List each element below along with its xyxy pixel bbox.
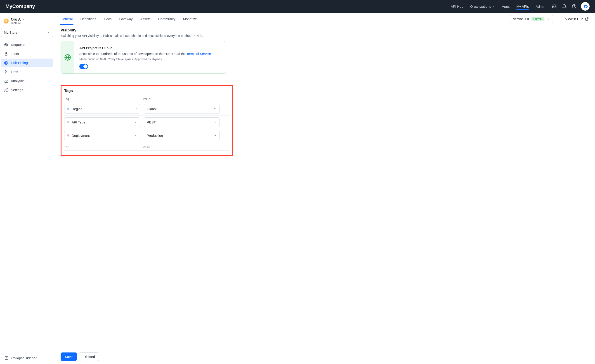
content-scroll: Visibility Switching your API visibility… (54, 25, 595, 349)
visibility-card: API Project is Public Accessible to hund… (61, 41, 226, 74)
tab-general[interactable]: General (61, 13, 73, 25)
tab-definitions[interactable]: Definitions (80, 13, 96, 25)
inbox-icon[interactable] (552, 4, 557, 9)
flask-icon (4, 52, 8, 56)
help-icon[interactable] (572, 4, 576, 9)
visibility-card-text: Accessible to hundreds of thousands of d… (79, 52, 221, 56)
chart-icon (4, 79, 8, 83)
value-select[interactable]: Production (144, 131, 220, 140)
topnav-link-organizations[interactable]: Organizations (470, 0, 495, 12)
tag-color-dot (67, 121, 69, 123)
sidebar-item-hub-listing[interactable]: Hub Listing (1, 58, 53, 67)
tag-select[interactable]: Deployment (64, 131, 140, 140)
topnav-link-apps[interactable]: Apps (502, 0, 510, 12)
tag-select[interactable]: API Type (64, 117, 140, 127)
tag-label: Deployment (72, 134, 90, 137)
sidebar-item-label: Lints (11, 70, 18, 74)
target-icon (4, 43, 8, 47)
org-name: Org A (11, 17, 21, 21)
tag-row: RegionGlobal (64, 102, 230, 115)
version-label: Version 1.0 (513, 17, 529, 21)
tag-placeholder: Tag (64, 145, 143, 149)
sidebar-item-label: Hub Listing (11, 61, 28, 65)
store-label: My Store (4, 30, 17, 34)
svg-point-3 (584, 7, 585, 8)
sidebar-item-lints[interactable]: Lints (1, 68, 53, 76)
version-selector[interactable]: Version 1.0 Current (510, 15, 553, 23)
sidebar-list: RequestsTestsHub ListingLintsAnalyticsSe… (1, 41, 53, 94)
sidebar-item-label: Analytics (11, 79, 24, 83)
tag-select[interactable]: Region (64, 104, 140, 114)
value-label: Global (147, 107, 156, 111)
tab-gateway[interactable]: Gateway (119, 13, 133, 25)
globe-icon (64, 54, 71, 61)
tab-community[interactable]: Community (158, 13, 175, 25)
tag-color-dot (67, 134, 69, 136)
sidebar-item-requests[interactable]: Requests (1, 41, 53, 49)
sidebar-item-label: Requests (11, 43, 25, 47)
svg-rect-4 (5, 20, 7, 22)
collapse-sidebar-button[interactable]: Collapse sidebar (1, 353, 53, 363)
avatar-glyph-icon (582, 3, 588, 9)
visibility-toggle[interactable] (79, 64, 88, 69)
svg-line-24 (587, 18, 588, 19)
store-selector[interactable]: My Store (1, 28, 53, 37)
tab-docs[interactable]: Docs (104, 13, 112, 25)
value-label: Production (147, 134, 163, 137)
main-area: GeneralDefinitionsDocsGatewayAssetsCommu… (54, 13, 595, 364)
top-nav: MyCompany API HubOrganizationsAppsMy API… (0, 0, 595, 13)
visibility-subtitle: Switching your API visibility to Public … (61, 34, 589, 37)
chevron-down-icon (47, 31, 50, 34)
toggle-knob (83, 64, 87, 69)
external-link-icon (585, 17, 589, 21)
terms-of-service-link[interactable]: Terms of Service (186, 52, 211, 56)
tags-title: Tags (64, 89, 230, 93)
sliders-icon (4, 70, 8, 74)
visibility-card-title: API Project is Public (79, 46, 221, 50)
tags-header: Tag Value (64, 97, 230, 102)
sidebar-item-label: Settings (11, 88, 23, 92)
topnav-link-admin[interactable]: Admin (536, 0, 545, 12)
current-badge: Current (531, 17, 545, 21)
save-button[interactable]: Save (61, 352, 77, 361)
value-select[interactable]: REST (144, 117, 220, 127)
value-select[interactable]: Global (144, 104, 220, 114)
org-avatar-icon (4, 19, 9, 23)
visibility-status-stripe (61, 41, 74, 73)
topnav-link-api-hub[interactable]: API Hub (451, 0, 463, 12)
org-switcher[interactable]: Org A Team A1 (1, 16, 53, 28)
tags-header-value: Value (143, 97, 230, 101)
sidebar-item-label: Tests (11, 52, 19, 56)
discard-button[interactable]: Discard (79, 352, 99, 361)
tags-placeholder-row[interactable]: Tag Value (64, 142, 230, 150)
sidebar-item-tests[interactable]: Tests (1, 50, 53, 58)
tag-color-dot (67, 108, 69, 110)
visibility-meta: Made public on 09/05/23 by SteveByrnes. … (79, 57, 221, 61)
visibility-title: Visibility (61, 28, 589, 33)
chevron-down-icon (214, 121, 217, 124)
chevron-down-icon (134, 121, 137, 124)
tags-section: Tags Tag Value RegionGlobalAPI TypeRESTD… (61, 85, 233, 156)
chevron-down-icon (134, 107, 137, 110)
topnav-link-my-apis[interactable]: My APIs (516, 0, 529, 12)
topnav-icons (552, 4, 576, 9)
globe-icon (4, 61, 8, 65)
svg-point-8 (5, 44, 7, 45)
tags-header-tag: Tag (64, 97, 143, 101)
pencil-icon (4, 88, 8, 92)
tab-assets[interactable]: Assets (140, 13, 150, 25)
sidebar-item-analytics[interactable]: Analytics (1, 77, 53, 85)
user-avatar[interactable] (581, 2, 590, 11)
bell-icon[interactable] (562, 4, 567, 9)
topnav-items: API HubOrganizationsAppsMy APIsAdmin (451, 0, 545, 12)
footer-bar: Save Discard (54, 349, 595, 364)
chevron-down-icon (214, 107, 217, 110)
svg-point-7 (5, 43, 8, 46)
sidebar-item-settings[interactable]: Settings (1, 86, 53, 94)
view-in-hub-link[interactable]: View in Hub (565, 17, 589, 21)
collapse-label: Collapse sidebar (11, 356, 37, 360)
team-name: Team A1 (11, 21, 25, 25)
tab-monetize[interactable]: Monetize (183, 13, 197, 25)
tag-label: API Type (72, 120, 85, 124)
tag-row: DeploymentProduction (64, 129, 230, 142)
